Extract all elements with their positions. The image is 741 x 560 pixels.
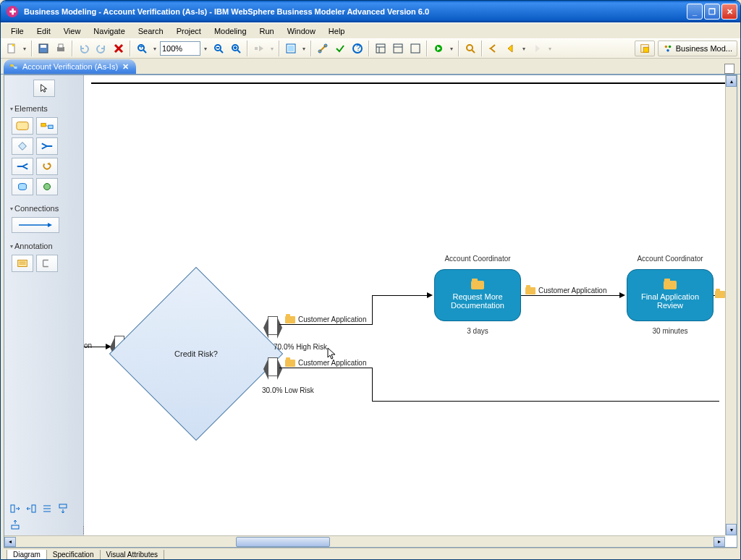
svg-rect-58 [32, 505, 35, 512]
menu-project[interactable]: Project [171, 25, 207, 37]
nav-fwd-button[interactable] [529, 41, 545, 56]
output-node-low[interactable] [268, 357, 278, 376]
task-final-review[interactable]: Final Application Review [627, 269, 714, 321]
perspective-button[interactable]: Business Mod... [658, 41, 737, 56]
layout-list-icon[interactable] [41, 502, 54, 515]
select-tool[interactable] [33, 80, 55, 97]
merge-tool[interactable] [36, 137, 58, 155]
folder-icon [664, 281, 677, 289]
cut-path-button[interactable] [315, 41, 331, 56]
editor-tab-active[interactable]: Account Verification (As-Is) ✕ [4, 59, 136, 74]
svg-line-50 [22, 166, 27, 169]
palette-section-connections[interactable]: Connections [9, 201, 79, 216]
scroll-down-icon[interactable]: ▾ [726, 524, 737, 535]
zoom-field[interactable] [160, 41, 200, 56]
task-label: Final Application Review [630, 292, 710, 310]
svg-rect-43 [48, 125, 53, 129]
zoom-input[interactable] [162, 44, 198, 53]
print-button[interactable] [53, 41, 69, 56]
svg-line-13 [237, 50, 240, 53]
validate-button[interactable] [332, 41, 348, 56]
gateway-tool[interactable] [12, 137, 33, 155]
scroll-thumb[interactable] [236, 537, 330, 547]
note-tool[interactable] [12, 255, 33, 272]
decision-credit-risk[interactable]: Credit Risk? [135, 292, 258, 415]
svg-line-31 [472, 50, 475, 53]
folder-icon [525, 287, 535, 294]
nav-fwd-dropdown[interactable]: ▾ [546, 46, 554, 52]
loop-tool[interactable] [36, 158, 58, 175]
connection-tool[interactable] [12, 217, 59, 233]
palette-section-annotation[interactable]: Annotation [9, 239, 79, 253]
svg-point-35 [664, 46, 667, 48]
zoom-select-dropdown[interactable]: ▾ [202, 46, 209, 52]
open-perspective-button[interactable] [635, 41, 655, 56]
run-button[interactable] [251, 41, 267, 56]
zoom-out-button[interactable] [211, 41, 226, 56]
align-bottom-icon[interactable] [9, 518, 22, 531]
layout-dropdown[interactable]: ▾ [300, 46, 308, 52]
palette-section-elements[interactable]: Elements [9, 101, 79, 116]
minimize-button[interactable]: _ [687, 4, 703, 20]
new-dropdown[interactable]: ▾ [21, 46, 28, 52]
view-mode-3-button[interactable] [407, 41, 423, 56]
undo-button[interactable] [76, 41, 92, 56]
zoom-tool-button[interactable]: + [134, 41, 150, 56]
save-button[interactable] [35, 41, 51, 56]
fork-tool[interactable] [12, 158, 33, 175]
svg-line-40 [13, 66, 14, 68]
svg-line-7 [143, 50, 146, 53]
zoom-in-button[interactable] [228, 41, 244, 56]
task-tool[interactable] [12, 117, 33, 135]
layout-button[interactable] [283, 41, 299, 56]
simulate-button[interactable] [431, 41, 446, 56]
diagram-canvas[interactable]: on Credit Risk? Customer Application 70.… [84, 75, 725, 535]
output-node-high[interactable] [268, 316, 278, 335]
menu-navigate[interactable]: Navigate [88, 25, 130, 37]
vertical-scrollbar[interactable]: ▴ ▾ [725, 75, 737, 535]
zoom-tool-dropdown[interactable]: ▾ [151, 46, 158, 52]
branch-low-label: 30.0% Low Risk [262, 386, 314, 394]
horizontal-scrollbar[interactable]: ◂ ▸ [4, 535, 725, 547]
help-button[interactable]: ? [350, 41, 365, 56]
menu-help[interactable]: Help [323, 25, 351, 37]
maximize-editor-button[interactable] [724, 64, 734, 74]
maximize-button[interactable]: ❐ [704, 4, 720, 20]
svg-rect-5 [59, 44, 63, 48]
tab-specification[interactable]: Specification [46, 550, 101, 560]
task-request-docs[interactable]: Request More Documentation [434, 269, 521, 321]
close-button[interactable]: ✕ [721, 4, 737, 20]
view-mode-2-button[interactable] [390, 41, 406, 56]
align-left-icon[interactable] [9, 502, 22, 515]
scroll-right-icon[interactable]: ▸ [714, 537, 725, 547]
nav-back-ext-button[interactable] [486, 41, 501, 56]
text-tool[interactable] [36, 255, 58, 272]
view-mode-1-button[interactable] [373, 41, 389, 56]
menu-edit[interactable]: Edit [31, 25, 56, 37]
process-tool[interactable] [36, 117, 58, 135]
tab-visual-attributes[interactable]: Visual Attributes [100, 550, 165, 560]
align-right-icon[interactable] [25, 502, 38, 515]
search-tb-button[interactable] [462, 41, 478, 56]
nav-back-dropdown[interactable]: ▾ [520, 46, 528, 52]
repository-tool[interactable] [12, 178, 33, 195]
scroll-left-icon[interactable]: ◂ [4, 537, 16, 547]
scroll-up-icon[interactable]: ▴ [726, 75, 737, 87]
close-tab-icon[interactable]: ✕ [122, 62, 129, 72]
menu-search[interactable]: Search [132, 25, 169, 37]
redo-button[interactable] [93, 41, 109, 56]
simulate-dropdown[interactable]: ▾ [448, 46, 455, 52]
menu-modeling[interactable]: Modeling [208, 25, 253, 37]
tab-diagram[interactable]: Diagram [7, 550, 47, 560]
align-top-icon[interactable] [56, 502, 69, 515]
new-button[interactable] [4, 41, 20, 56]
menu-window[interactable]: Window [281, 25, 321, 37]
run-dropdown[interactable]: ▾ [268, 46, 276, 52]
menu-view[interactable]: View [58, 25, 87, 37]
menu-run[interactable]: Run [254, 25, 280, 37]
svg-rect-23 [376, 44, 385, 53]
event-tool[interactable] [36, 178, 58, 195]
menu-file[interactable]: File [5, 25, 30, 37]
delete-button[interactable] [111, 41, 127, 56]
nav-back-button[interactable] [503, 41, 519, 56]
